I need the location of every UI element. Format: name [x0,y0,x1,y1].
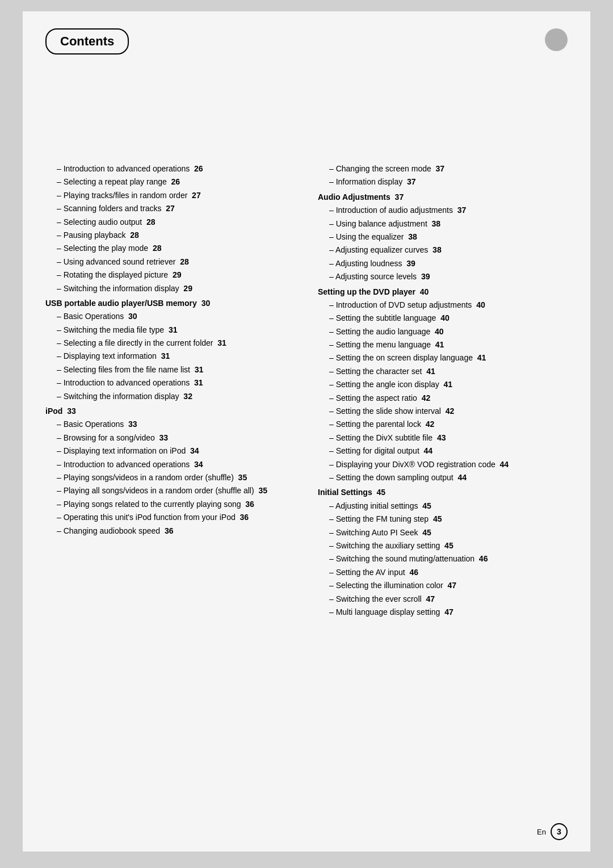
toc-item: – Setting the slide show interval 42 [318,405,568,417]
right-column: – Changing the screen mode 37– Informati… [318,162,568,619]
toc-item: – Playing songs/videos in a random order… [45,471,295,484]
title-text: Contents [60,34,114,48]
toc-item: – Adjusting initial settings 45 [318,500,568,512]
toc-item: – Setting the audio language 40 [318,325,568,338]
toc-item: – Switching the auxiliary setting 45 [318,539,568,552]
toc-item: – Scanning folders and tracks 27 [45,202,295,215]
toc-item: – Switching the information display 29 [45,282,295,295]
toc-item: – Setting the DivX subtitle file 43 [318,431,568,444]
toc-item: – Introduction to advanced operations 31 [45,376,295,389]
toc-item: – Adjusting source levels 39 [318,270,568,283]
toc-section: iPod 33 [45,405,295,417]
toc-item: – Operating this unit's iPod function fr… [45,511,295,523]
toc-item: – Adjusting equalizer curves 38 [318,244,568,256]
toc-item: – Setting the character set 41 [318,365,568,378]
page-badge: 3 [551,823,568,840]
toc-item: – Setting the subtitle language 40 [318,312,568,324]
page-title: Contents [45,28,129,54]
toc-item: – Setting for digital output 44 [318,445,568,457]
toc-item: – Multi language display setting 47 [318,606,568,618]
toc-item: – Selecting a repeat play range 26 [45,175,295,188]
toc-item: – Setting the down sampling output 44 [318,471,568,484]
toc-item: – Switching Auto PI Seek 45 [318,526,568,539]
toc-item: – Switching the information display 32 [45,390,295,402]
left-column: – Introduction to advanced operations 26… [45,162,295,619]
toc-item: – Setting the parental lock 42 [318,418,568,430]
toc-section: Initial Settings 45 [318,486,568,498]
page: Contents – Introduction to advanced oper… [23,11,590,852]
toc-item: – Selecting a file directly in the curre… [45,337,295,349]
toc-item: – Introduction of DVD setup adjustments … [318,299,568,311]
toc-item: – Playing songs related to the currently… [45,498,295,510]
content-area: – Introduction to advanced operations 26… [45,162,568,619]
toc-section: Audio Adjustments 37 [318,191,568,203]
toc-item: – Introduction to advanced operations 26 [45,162,295,175]
toc-item: – Pausing playback 28 [45,229,295,241]
corner-decoration [545,28,568,51]
toc-item: – Playing all songs/videos in a random o… [45,484,295,497]
toc-item: – Setting the menu language 41 [318,338,568,351]
toc-item: – Selecting audio output 28 [45,216,295,228]
toc-item: – Selecting the play mode 28 [45,242,295,254]
toc-item: – Setting the FM tuning step 45 [318,513,568,525]
toc-item: – Displaying your DivX® VOD registration… [318,458,568,471]
toc-item: – Browsing for a song/video 33 [45,431,295,444]
toc-item: – Information display 37 [318,175,568,188]
toc-item: – Basic Operations 33 [45,418,295,430]
toc-item: – Adjusting loudness 39 [318,257,568,270]
toc-item: – Changing the screen mode 37 [318,162,568,175]
toc-section: USB portable audio player/USB memory 30 [45,297,295,309]
toc-item: – Basic Operations 30 [45,310,295,322]
toc-item: – Switching the sound muting/attenuation… [318,552,568,565]
toc-item: – Using balance adjustment 38 [318,217,568,230]
toc-item: – Rotating the displayed picture 29 [45,269,295,281]
toc-item: – Using the equalizer 38 [318,230,568,243]
toc-item: – Playing tracks/files in random order 2… [45,189,295,202]
page-number: 3 [557,827,561,836]
toc-item: – Switching the media file type 31 [45,324,295,336]
toc-item: – Displaying text information on iPod 34 [45,445,295,457]
toc-item: – Selecting files from the file name lis… [45,363,295,376]
footer-lang: En [537,828,546,836]
footer: En 3 [537,823,568,840]
toc-item: – Setting the on screen display language… [318,351,568,364]
toc-item: – Introduction of audio adjustments 37 [318,204,568,216]
toc-item: – Switching the ever scroll 47 [318,593,568,605]
toc-item: – Selecting the illumination color 47 [318,579,568,592]
toc-item: – Using advanced sound retriever 28 [45,255,295,268]
toc-item: – Setting the aspect ratio 42 [318,392,568,404]
toc-section: Setting up the DVD player 40 [318,286,568,298]
toc-item: – Displaying text information 31 [45,350,295,362]
toc-item: – Setting the AV input 46 [318,566,568,578]
toc-item: – Setting the angle icon display 41 [318,378,568,391]
toc-item: – Introduction to advanced operations 34 [45,458,295,471]
toc-item: – Changing audiobook speed 36 [45,525,295,537]
